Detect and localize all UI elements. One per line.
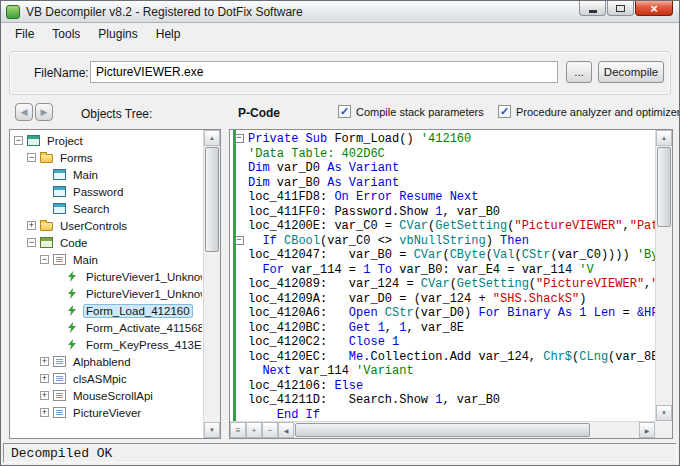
tree-item-mousescrollapi[interactable]: +MouseScrollApi xyxy=(12,387,202,404)
checkbox-box[interactable]: ✓ xyxy=(338,105,351,118)
expand-icon[interactable]: + xyxy=(40,357,49,366)
tree-item-project[interactable]: −Project xyxy=(12,132,202,149)
code-hscrollbar-thumb[interactable] xyxy=(295,423,590,437)
tree-item-form-load-412160[interactable]: −Form_Load_412160 xyxy=(12,302,202,319)
tree-item-clsasmpic[interactable]: +clsASMpic xyxy=(12,370,202,387)
scroll-down-button[interactable]: ▼ xyxy=(656,405,672,421)
fold-marker[interactable]: − xyxy=(230,234,248,249)
nav-forward-button[interactable]: ▶ xyxy=(35,103,53,121)
back-icon: ◀ xyxy=(21,107,28,117)
editor-button-icon: − xyxy=(268,426,273,435)
code-text: loc_412089: var_124 = CVar(GetSetting("P… xyxy=(248,277,655,292)
fold-marker[interactable]: − xyxy=(230,132,248,147)
menu-item-help[interactable]: Help xyxy=(147,25,190,43)
tree-scrollbar-thumb[interactable] xyxy=(205,147,219,252)
menu-item-tools[interactable]: Tools xyxy=(43,25,89,43)
code-line[interactable]: loc_41200E: var_C0 = CVar(GetSetting("Pi… xyxy=(230,219,655,234)
code-hscrollbar-track[interactable] xyxy=(591,422,639,438)
tree-item-label: MouseScrollApi xyxy=(70,389,156,403)
tree-item-form-keypress-413ee8[interactable]: −Form_KeyPress_413EE8 xyxy=(12,336,202,353)
decompile-button[interactable]: Decompile xyxy=(598,61,664,83)
code-text: Next var_114 'Variant xyxy=(248,364,414,379)
tree-item-search[interactable]: −Search xyxy=(12,200,202,217)
code-line[interactable]: Dim var_D0 As Variant xyxy=(230,161,655,176)
scroll-right-button[interactable]: ▶ xyxy=(639,422,655,438)
collapse-icon[interactable]: − xyxy=(14,136,23,145)
tree-item-label: Project xyxy=(44,134,86,148)
tree-item-pictureviever1-unknown[interactable]: −PictureViever1_Unknown xyxy=(12,285,202,302)
fold-gutter xyxy=(230,190,248,205)
tree-item-usercontrols[interactable]: +UserControls xyxy=(12,217,202,234)
tree-item-label: Alphablend xyxy=(70,355,134,369)
code-line[interactable]: loc_411FF0: Password.Show 1, var_B0 xyxy=(230,205,655,220)
checkbox-procedure-analyzer[interactable]: ✓ Procedure analyzer and optimizer xyxy=(498,105,680,118)
tree-item-main[interactable]: −Main xyxy=(12,166,202,183)
fold-gutter xyxy=(230,277,248,292)
code-text: For var_114 = 1 To var_B0: var_E4 = var_… xyxy=(248,263,594,278)
tree-scrollbar[interactable]: ▲ ▼ xyxy=(203,130,220,438)
checkbox-box[interactable]: ✓ xyxy=(498,105,511,118)
tree-item-code[interactable]: −Code xyxy=(12,234,202,251)
close-button[interactable]: × xyxy=(635,1,673,16)
code-line[interactable]: − If CBool(var_C0 <> vbNullString) Then xyxy=(230,234,655,249)
code-line[interactable]: loc_412047: var_B0 = CVar(CByte(Val(CStr… xyxy=(230,248,655,263)
collapse-icon[interactable]: − xyxy=(40,255,49,264)
tree-item-forms[interactable]: −Forms xyxy=(12,149,202,166)
code-line[interactable]: loc_41209A: var_D0 = (var_124 + "SHS.Sha… xyxy=(230,292,655,307)
menu-item-file[interactable]: File xyxy=(6,25,43,43)
code-line[interactable]: loc_412106: Else xyxy=(230,379,655,394)
fold-collapse-icon[interactable]: − xyxy=(235,236,244,245)
tree-item-pictureviever[interactable]: +PictureViever xyxy=(12,404,202,421)
filename-input[interactable] xyxy=(90,61,558,83)
menu-item-plugins[interactable]: Plugins xyxy=(89,25,146,43)
code-line[interactable]: loc_4120C2: Close 1 xyxy=(230,335,655,350)
scroll-left-button[interactable]: ◀ xyxy=(278,422,294,438)
collapse-icon[interactable]: − xyxy=(27,238,36,247)
checkbox-compile-stack-parameters[interactable]: ✓ Compile stack parameters xyxy=(338,105,484,118)
tree-item-pictureviever1-unknown[interactable]: −PictureViever1_Unknown xyxy=(12,268,202,285)
editor-button-2[interactable]: + xyxy=(246,422,262,438)
tree-item-alphablend[interactable]: +Alphablend xyxy=(12,353,202,370)
code-line[interactable]: loc_4120BC: Get 1, 1, var_8E xyxy=(230,321,655,336)
editor-button-3[interactable]: − xyxy=(262,422,278,438)
code-line[interactable]: Dim var_B0 As Variant xyxy=(230,176,655,191)
tree-item-password[interactable]: −Password xyxy=(12,183,202,200)
objects-tree-items: −Project−Forms−Main−Password−Search+User… xyxy=(12,132,202,436)
code-line[interactable]: loc_4120EC: Me.Collection.Add var_124, C… xyxy=(230,350,655,365)
code-vscrollbar[interactable]: ▲ ▼ xyxy=(655,130,672,421)
expand-icon[interactable]: + xyxy=(40,391,49,400)
code-line[interactable]: loc_41211D: Search.Show 1, var_B0 xyxy=(230,393,655,408)
code-vscrollbar-thumb[interactable] xyxy=(657,147,671,227)
expand-icon[interactable]: + xyxy=(40,408,49,417)
code-hscrollbar[interactable]: ≡ + − ◀ ▶ xyxy=(230,421,655,438)
code-view[interactable]: −Private Sub Form_Load() '412160'Data Ta… xyxy=(230,130,655,421)
titlebar[interactable]: VB Decompiler v8.2 - Registered to DotFi… xyxy=(1,1,679,23)
editor-button-1[interactable]: ≡ xyxy=(230,422,246,438)
minimize-button[interactable] xyxy=(579,1,606,16)
code-line[interactable]: Next var_114 'Variant xyxy=(230,364,655,379)
code-text: loc_41209A: var_D0 = (var_124 + "SHS.Sha… xyxy=(248,292,586,307)
fold-collapse-icon[interactable]: − xyxy=(235,134,244,143)
fold-gutter xyxy=(230,408,248,422)
window-controls: × xyxy=(578,1,673,16)
browse-button[interactable]: ... xyxy=(566,61,592,83)
code-line[interactable]: loc_411FD8: On Error Resume Next xyxy=(230,190,655,205)
scroll-up-button[interactable]: ▲ xyxy=(656,130,672,146)
expand-icon[interactable]: + xyxy=(27,221,36,230)
nav-back-button[interactable]: ◀ xyxy=(15,103,33,121)
code-line[interactable]: 'Data Table: 402D6C xyxy=(230,147,655,162)
app-icon xyxy=(6,5,20,19)
code-line[interactable]: End If xyxy=(230,408,655,422)
expand-icon[interactable]: + xyxy=(40,374,49,383)
code-line[interactable]: −Private Sub Form_Load() '412160 xyxy=(230,132,655,147)
maximize-icon xyxy=(616,5,625,12)
maximize-button[interactable] xyxy=(607,1,634,16)
scroll-up-button[interactable]: ▲ xyxy=(204,130,220,146)
scroll-down-button[interactable]: ▼ xyxy=(204,422,220,438)
code-line[interactable]: For var_114 = 1 To var_B0: var_E4 = var_… xyxy=(230,263,655,278)
tree-item-main[interactable]: −Main xyxy=(12,251,202,268)
code-line[interactable]: loc_4120A6: Open CStr(var_D0) For Binary… xyxy=(230,306,655,321)
code-line[interactable]: loc_412089: var_124 = CVar(GetSetting("P… xyxy=(230,277,655,292)
tree-item-form-activate-411568[interactable]: −Form_Activate_411568 xyxy=(12,319,202,336)
collapse-icon[interactable]: − xyxy=(27,153,36,162)
